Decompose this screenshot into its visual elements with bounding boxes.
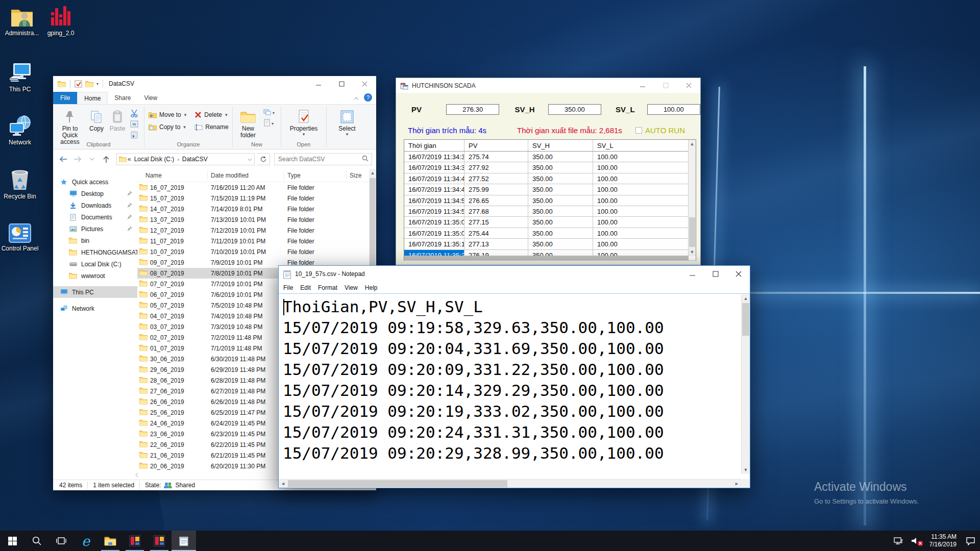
file-row[interactable]: 14_07_20197/14/2019 8:01 PMFile folder <box>137 204 376 214</box>
desktop-icon-gping[interactable]: gping_2.0 <box>41 4 81 37</box>
grid-header-pv[interactable]: PV <box>464 140 528 151</box>
sidebar-item-this-pc[interactable]: This PC <box>53 286 137 298</box>
svh-value-field[interactable]: 350.00 <box>548 104 601 115</box>
sidebar-item-network[interactable]: Network <box>53 303 137 314</box>
menu-item-help[interactable]: Help <box>361 284 381 291</box>
file-row[interactable]: 12_07_20197/12/2019 10:01 PMFile folder <box>137 225 376 236</box>
taskbar-clock[interactable]: 11:35 AM 7/16/2019 <box>925 533 961 548</box>
scroll-down-icon[interactable]: ▼ <box>742 466 750 474</box>
close-button[interactable] <box>727 266 750 282</box>
close-button[interactable] <box>677 78 700 93</box>
breadcrumb-item-root[interactable]: Local Disk (C:) <box>132 156 177 163</box>
rename-button[interactable]: Rename <box>191 122 231 132</box>
task-view-button[interactable] <box>49 531 74 551</box>
grid-header-svh[interactable]: SV_H <box>528 140 593 151</box>
scroll-up-icon[interactable]: ▲ <box>742 294 750 303</box>
paste-shortcut-icon[interactable] <box>131 131 138 140</box>
taskbar-scada-app-2[interactable] <box>147 531 172 551</box>
grid-data-row[interactable]: 16/07/2019 11:35:04277.15350.00100.00 <box>404 217 696 228</box>
sidebar-item-local-disk-c-[interactable]: Local Disk (C:) <box>53 258 137 270</box>
grid-header-time[interactable]: Thời gian <box>404 140 464 151</box>
back-button[interactable] <box>57 153 69 165</box>
refresh-button[interactable] <box>257 153 270 165</box>
tab-view[interactable]: View <box>137 92 164 104</box>
maximize-button[interactable] <box>654 78 677 93</box>
grid-header-svl[interactable]: SV_L <box>593 140 696 151</box>
grid-data-row[interactable]: 16/07/2019 11:34:54276.65350.00100.00 <box>404 195 696 206</box>
desktop-icon-this-pc[interactable]: This PC <box>0 60 40 93</box>
taskbar-scada-app-1[interactable] <box>122 531 147 551</box>
scroll-left-icon[interactable]: ◄ <box>279 480 287 488</box>
scrollbar-thumb[interactable] <box>288 480 507 487</box>
desktop-icon-control-panel[interactable]: Control Panel <box>0 219 40 252</box>
search-icon[interactable] <box>362 155 372 163</box>
file-row[interactable]: 16_07_20197/16/2019 11:20 AMFile folder <box>137 182 376 193</box>
qat-properties-icon[interactable] <box>73 80 84 88</box>
minimize-button[interactable] <box>307 76 330 91</box>
auto-run-checkbox[interactable] <box>635 127 642 134</box>
cut-icon[interactable] <box>130 109 138 119</box>
copy-to-button[interactable]: Copy to▾ <box>145 122 189 132</box>
new-item-icon[interactable]: ▾ <box>263 119 275 128</box>
desktop-icon-recycle-bin[interactable]: Recycle Bin <box>0 167 40 200</box>
grid-data-row[interactable]: 16/07/2019 11:34:44277.52350.00100.00 <box>404 173 696 184</box>
sidebar-item-desktop[interactable]: Desktop <box>53 188 137 199</box>
copy-button[interactable]: Copy <box>86 106 107 132</box>
search-box[interactable] <box>274 153 372 165</box>
taskbar-internet-explorer[interactable]: e <box>74 531 98 551</box>
desktop-icon-administrator[interactable]: Administra... <box>2 4 42 37</box>
notepad-vertical-scrollbar[interactable]: ▲ ▼ <box>741 294 750 474</box>
properties-button[interactable]: Properties ▾ <box>287 106 320 136</box>
grid-data-row[interactable]: 16/07/2019 11:34:59277.68350.00100.00 <box>404 206 696 217</box>
sidebar-item-pictures[interactable]: Pictures <box>53 223 137 235</box>
scrollbar-thumb[interactable] <box>689 217 695 247</box>
pin-to-quick-access-button[interactable]: Pin to Quick access <box>54 106 86 145</box>
scroll-down-icon[interactable]: ▼ <box>689 248 696 256</box>
taskbar-notepad[interactable] <box>172 531 196 551</box>
sidebar-item-bin[interactable]: bin <box>53 235 137 246</box>
tab-home[interactable]: Home <box>77 92 108 104</box>
scroll-up-icon[interactable]: ▲ <box>689 140 696 148</box>
explorer-titlebar[interactable]: ▾ DataCSV <box>53 76 376 91</box>
menu-item-edit[interactable]: Edit <box>297 284 314 291</box>
start-button[interactable] <box>0 531 24 551</box>
column-header-type[interactable]: Type <box>284 171 347 180</box>
recent-locations-caret-icon[interactable] <box>86 153 98 165</box>
taskbar-file-explorer[interactable] <box>98 531 122 551</box>
grid-data-row[interactable]: 16/07/2019 11:35:09275.44350.00100.00 <box>404 228 696 239</box>
grid-scrollbar[interactable]: ▲ ▼ <box>688 140 696 256</box>
sidebar-item-wwwroot[interactable]: wwwroot <box>53 270 137 282</box>
help-icon[interactable]: ? <box>364 93 372 103</box>
maximize-button[interactable] <box>704 266 727 282</box>
move-to-button[interactable]: Move to▾ <box>145 110 189 119</box>
search-input[interactable] <box>275 154 362 164</box>
copy-path-icon[interactable]: W <box>130 120 138 129</box>
notepad-horizontal-scrollbar[interactable]: ◄ ► <box>279 479 741 488</box>
grid-data-row[interactable]: 16/07/2019 11:34:34275.74350.00100.00 <box>404 152 696 162</box>
scada-titlebar[interactable]: HUTCHINSON SCADA <box>396 78 700 93</box>
forward-button[interactable] <box>71 153 84 165</box>
qat-customize-caret-icon[interactable]: ▾ <box>95 82 100 86</box>
easy-access-icon[interactable]: ▾ <box>263 109 275 117</box>
file-row[interactable]: 15_07_20197/15/2019 11:19 PMFile folder <box>137 193 376 204</box>
up-button[interactable] <box>100 153 112 165</box>
desktop-icon-network[interactable]: Network <box>0 113 40 146</box>
notepad-text-area[interactable]: ThoiGian,PV,SV_H,SV_L15/07/2019 09:19:58… <box>279 294 750 473</box>
svl-value-field[interactable]: 100.00 <box>647 104 700 115</box>
select-button[interactable]: Select ▾ <box>333 106 361 136</box>
volume-muted-icon[interactable] <box>908 531 923 551</box>
breadcrumb-item-current[interactable]: DataCSV <box>180 156 210 163</box>
notepad-titlebar[interactable]: 10_19_57s.csv - Notepad <box>279 266 750 282</box>
file-row[interactable]: 11_07_20197/11/2019 10:01 PMFile folder <box>137 236 376 246</box>
delete-button[interactable]: Delete▾ <box>191 110 231 119</box>
menu-item-view[interactable]: View <box>341 284 361 291</box>
sidebar-item-documents[interactable]: Documents <box>53 211 137 223</box>
grid-data-row[interactable]: 16/07/2019 11:34:49275.99350.00100.00 <box>404 184 696 195</box>
grid-data-row[interactable]: 16/07/2019 11:34:39277.92350.00100.00 <box>404 162 696 173</box>
breadcrumb[interactable]: Local Disk (C:) › DataCSV <box>116 153 255 165</box>
tab-file[interactable]: File <box>53 92 77 104</box>
new-folder-button[interactable]: New folder <box>234 106 262 139</box>
minimize-button[interactable] <box>681 266 704 282</box>
scroll-right-icon[interactable]: ► <box>732 480 741 488</box>
sidebar-item-downloads[interactable]: Downloads <box>53 199 137 211</box>
